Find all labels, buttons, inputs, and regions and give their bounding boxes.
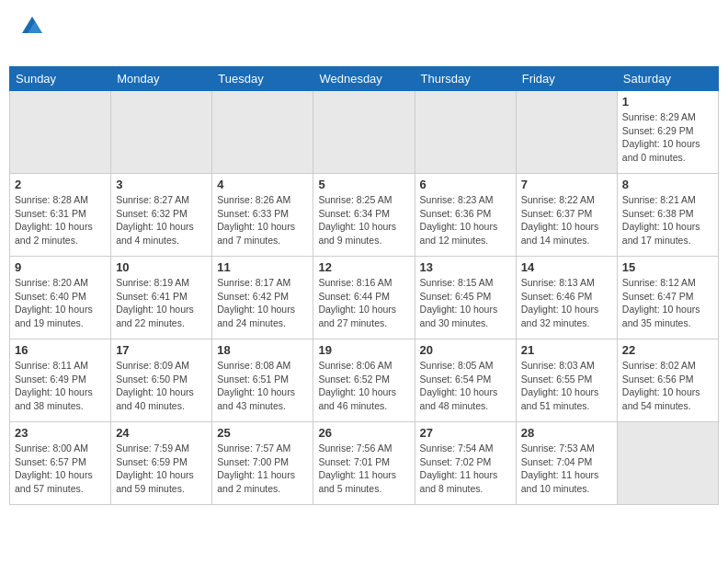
day-info: Sunrise: 8:23 AM Sunset: 6:36 PM Dayligh… <box>420 193 511 247</box>
calendar-cell: 17Sunrise: 8:09 AM Sunset: 6:50 PM Dayli… <box>111 339 212 422</box>
logo <box>18 15 44 59</box>
day-info: Sunrise: 8:13 AM Sunset: 6:46 PM Dayligh… <box>521 276 612 330</box>
calendar-cell: 11Sunrise: 8:17 AM Sunset: 6:42 PM Dayli… <box>212 257 313 339</box>
calendar-table: SundayMondayTuesdayWednesdayThursdayFrid… <box>9 66 719 505</box>
calendar-cell: 6Sunrise: 8:23 AM Sunset: 6:36 PM Daylig… <box>415 174 516 257</box>
day-info: Sunrise: 8:08 AM Sunset: 6:51 PM Dayligh… <box>217 359 308 413</box>
calendar-cell: 12Sunrise: 8:16 AM Sunset: 6:44 PM Dayli… <box>313 257 415 339</box>
day-number: 27 <box>420 426 511 440</box>
calendar-cell: 7Sunrise: 8:22 AM Sunset: 6:37 PM Daylig… <box>516 174 617 257</box>
calendar-cell: 13Sunrise: 8:15 AM Sunset: 6:45 PM Dayli… <box>415 257 516 339</box>
day-number: 5 <box>318 178 409 191</box>
day-number: 28 <box>521 426 612 440</box>
calendar-cell: 18Sunrise: 8:08 AM Sunset: 6:51 PM Dayli… <box>212 339 313 422</box>
day-info: Sunrise: 8:16 AM Sunset: 6:44 PM Dayligh… <box>318 276 409 330</box>
day-info: Sunrise: 8:03 AM Sunset: 6:55 PM Dayligh… <box>521 359 612 413</box>
calendar-cell <box>10 91 111 174</box>
page-wrapper: SundayMondayTuesdayWednesdayThursdayFrid… <box>0 0 728 505</box>
day-info: Sunrise: 7:53 AM Sunset: 7:04 PM Dayligh… <box>521 442 612 496</box>
page-header <box>0 0 728 66</box>
calendar-cell <box>313 91 415 174</box>
calendar-cell: 23Sunrise: 8:00 AM Sunset: 6:57 PM Dayli… <box>10 422 111 505</box>
day-number: 8 <box>622 178 713 191</box>
day-number: 19 <box>318 343 409 357</box>
day-number: 9 <box>15 260 106 274</box>
calendar-cell: 1Sunrise: 8:29 AM Sunset: 6:29 PM Daylig… <box>617 91 718 174</box>
day-info: Sunrise: 8:19 AM Sunset: 6:41 PM Dayligh… <box>116 276 207 330</box>
calendar-cell: 5Sunrise: 8:25 AM Sunset: 6:34 PM Daylig… <box>313 174 415 257</box>
day-info: Sunrise: 8:17 AM Sunset: 6:42 PM Dayligh… <box>217 276 308 330</box>
day-info: Sunrise: 8:28 AM Sunset: 6:31 PM Dayligh… <box>15 193 106 247</box>
day-number: 13 <box>420 260 511 274</box>
calendar-cell <box>415 91 516 174</box>
day-info: Sunrise: 7:59 AM Sunset: 6:59 PM Dayligh… <box>116 442 207 496</box>
calendar-week-0: 1Sunrise: 8:29 AM Sunset: 6:29 PM Daylig… <box>10 91 719 174</box>
day-number: 21 <box>521 343 612 357</box>
day-info: Sunrise: 8:05 AM Sunset: 6:54 PM Dayligh… <box>420 359 511 413</box>
day-number: 3 <box>116 178 207 191</box>
day-number: 11 <box>217 260 308 274</box>
logo-icon <box>20 15 44 39</box>
day-info: Sunrise: 8:29 AM Sunset: 6:29 PM Dayligh… <box>622 110 713 165</box>
calendar-cell: 27Sunrise: 7:54 AM Sunset: 7:02 PM Dayli… <box>415 422 516 505</box>
day-number: 4 <box>217 178 308 191</box>
day-number: 6 <box>420 178 511 191</box>
day-number: 20 <box>420 343 511 357</box>
calendar-cell <box>111 91 212 174</box>
day-number: 22 <box>622 343 713 357</box>
weekday-header-saturday: Saturday <box>617 67 718 91</box>
weekday-header-monday: Monday <box>111 67 212 91</box>
calendar-cell: 2Sunrise: 8:28 AM Sunset: 6:31 PM Daylig… <box>10 174 111 257</box>
calendar-cell: 4Sunrise: 8:26 AM Sunset: 6:33 PM Daylig… <box>212 174 313 257</box>
day-number: 2 <box>15 178 106 191</box>
weekday-header-sunday: Sunday <box>10 67 111 91</box>
day-number: 26 <box>318 426 409 440</box>
calendar-cell <box>617 422 718 505</box>
calendar-week-2: 9Sunrise: 8:20 AM Sunset: 6:40 PM Daylig… <box>10 257 719 339</box>
day-number: 1 <box>622 95 713 109</box>
weekday-header-wednesday: Wednesday <box>313 67 415 91</box>
calendar-cell <box>516 91 617 174</box>
calendar-cell: 28Sunrise: 7:53 AM Sunset: 7:04 PM Dayli… <box>516 422 617 505</box>
day-number: 7 <box>521 178 612 191</box>
calendar-week-1: 2Sunrise: 8:28 AM Sunset: 6:31 PM Daylig… <box>10 174 719 257</box>
calendar-cell: 16Sunrise: 8:11 AM Sunset: 6:49 PM Dayli… <box>10 339 111 422</box>
calendar-header-row: SundayMondayTuesdayWednesdayThursdayFrid… <box>10 67 719 91</box>
day-number: 15 <box>622 260 713 274</box>
calendar-cell: 24Sunrise: 7:59 AM Sunset: 6:59 PM Dayli… <box>111 422 212 505</box>
day-info: Sunrise: 8:15 AM Sunset: 6:45 PM Dayligh… <box>420 276 511 330</box>
day-number: 10 <box>116 260 207 274</box>
day-info: Sunrise: 7:54 AM Sunset: 7:02 PM Dayligh… <box>420 442 511 496</box>
weekday-header-tuesday: Tuesday <box>212 67 313 91</box>
day-number: 24 <box>116 426 207 440</box>
day-info: Sunrise: 8:02 AM Sunset: 6:56 PM Dayligh… <box>622 359 713 413</box>
calendar-cell: 19Sunrise: 8:06 AM Sunset: 6:52 PM Dayli… <box>313 339 415 422</box>
calendar-cell: 14Sunrise: 8:13 AM Sunset: 6:46 PM Dayli… <box>516 257 617 339</box>
day-number: 17 <box>116 343 207 357</box>
calendar-cell: 22Sunrise: 8:02 AM Sunset: 6:56 PM Dayli… <box>617 339 718 422</box>
calendar-week-3: 16Sunrise: 8:11 AM Sunset: 6:49 PM Dayli… <box>10 339 719 422</box>
weekday-header-friday: Friday <box>516 67 617 91</box>
day-number: 25 <box>217 426 308 440</box>
day-info: Sunrise: 8:20 AM Sunset: 6:40 PM Dayligh… <box>15 276 106 330</box>
calendar-cell <box>212 91 313 174</box>
calendar-cell: 10Sunrise: 8:19 AM Sunset: 6:41 PM Dayli… <box>111 257 212 339</box>
calendar-week-4: 23Sunrise: 8:00 AM Sunset: 6:57 PM Dayli… <box>10 422 719 505</box>
calendar-cell: 3Sunrise: 8:27 AM Sunset: 6:32 PM Daylig… <box>111 174 212 257</box>
calendar-cell: 26Sunrise: 7:56 AM Sunset: 7:01 PM Dayli… <box>313 422 415 505</box>
day-info: Sunrise: 8:26 AM Sunset: 6:33 PM Dayligh… <box>217 193 308 247</box>
calendar-cell: 8Sunrise: 8:21 AM Sunset: 6:38 PM Daylig… <box>617 174 718 257</box>
day-info: Sunrise: 8:11 AM Sunset: 6:49 PM Dayligh… <box>15 359 106 413</box>
day-info: Sunrise: 8:06 AM Sunset: 6:52 PM Dayligh… <box>318 359 409 413</box>
day-info: Sunrise: 8:09 AM Sunset: 6:50 PM Dayligh… <box>116 359 207 413</box>
day-info: Sunrise: 8:00 AM Sunset: 6:57 PM Dayligh… <box>15 442 106 496</box>
day-info: Sunrise: 7:56 AM Sunset: 7:01 PM Dayligh… <box>318 442 409 496</box>
day-number: 18 <box>217 343 308 357</box>
weekday-header-thursday: Thursday <box>415 67 516 91</box>
calendar-cell: 25Sunrise: 7:57 AM Sunset: 7:00 PM Dayli… <box>212 422 313 505</box>
day-info: Sunrise: 8:27 AM Sunset: 6:32 PM Dayligh… <box>116 193 207 247</box>
day-number: 12 <box>318 260 409 274</box>
day-number: 23 <box>15 426 106 440</box>
calendar-cell: 21Sunrise: 8:03 AM Sunset: 6:55 PM Dayli… <box>516 339 617 422</box>
calendar-cell: 20Sunrise: 8:05 AM Sunset: 6:54 PM Dayli… <box>415 339 516 422</box>
